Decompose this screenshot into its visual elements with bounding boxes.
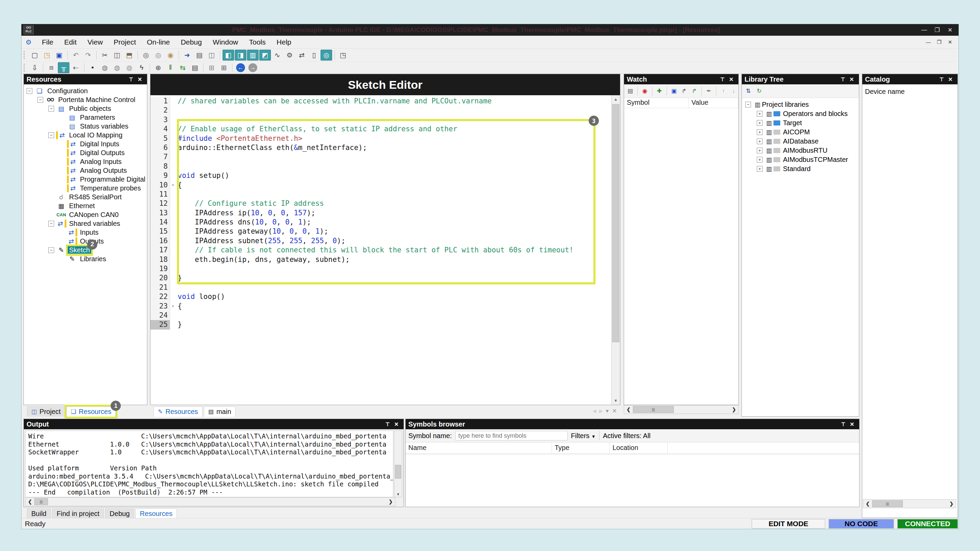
- grid-icon[interactable]: ⊞: [206, 62, 218, 73]
- online-build-icon[interactable]: ⊕: [153, 62, 164, 73]
- navigate-forward-icon[interactable]: →: [247, 62, 259, 73]
- scroll-thumb[interactable]: |||: [34, 498, 48, 505]
- undo-icon[interactable]: ↶: [70, 50, 82, 60]
- title-bar[interactable]: OO PLC PMC_Modbus_Thermocouple - Arduino…: [21, 24, 959, 36]
- library-root[interactable]: −▥Project libraries: [742, 100, 859, 109]
- scroll-thumb[interactable]: |||: [872, 500, 903, 507]
- library-item-aimodbusrtu[interactable]: +▥AIModbusRTU: [742, 146, 859, 155]
- scroll-up-icon[interactable]: ▲: [611, 95, 620, 103]
- tab-next-icon[interactable]: ▹: [600, 408, 603, 414]
- menu-view[interactable]: View: [82, 37, 108, 48]
- tree-item-portenta-machine-control[interactable]: −OOPortenta Machine Control: [24, 95, 147, 104]
- library-item-aicopm[interactable]: +▥AICOPM: [742, 127, 859, 137]
- output-hscrollbar[interactable]: ❮ ||| ❯: [25, 497, 395, 506]
- export-add-icon[interactable]: ↱: [689, 86, 699, 96]
- close-icon[interactable]: ✕: [392, 421, 401, 427]
- find-in-project-icon[interactable]: ◉: [165, 50, 176, 60]
- tree-item-libraries[interactable]: ✎Libraries: [24, 254, 147, 263]
- grid-props-icon[interactable]: ⊞: [218, 62, 230, 73]
- library-item-operators-and-blocks[interactable]: +▥Operators and blocks: [742, 109, 859, 118]
- watch-window-icon[interactable]: ◩: [259, 50, 271, 60]
- open-project-icon[interactable]: ◳: [41, 50, 53, 60]
- close-icon[interactable]: ✕: [727, 76, 736, 83]
- build-listing-icon[interactable]: ▤: [189, 62, 201, 73]
- text-window-icon[interactable]: ▯: [308, 50, 320, 60]
- pin-icon[interactable]: ⟂: [839, 421, 848, 427]
- tree-item-analog-inputs[interactable]: ⇄Analog Inputs: [24, 157, 147, 166]
- rebuild-icon[interactable]: ⇆: [177, 62, 189, 73]
- new-project-icon[interactable]: ▢: [29, 50, 40, 60]
- copy-icon[interactable]: ◫: [111, 50, 123, 60]
- scroll-thumb[interactable]: [612, 104, 619, 342]
- options-window-icon[interactable]: ⚙: [284, 50, 295, 60]
- restore-button[interactable]: ❐: [931, 27, 943, 34]
- paste-icon[interactable]: ⬒: [124, 50, 135, 60]
- tree-item-digital-inputs[interactable]: ⇄Digital Inputs: [24, 140, 147, 148]
- tree-item-inputs[interactable]: ⇄Inputs: [24, 228, 147, 237]
- move-down-icon[interactable]: ↓: [729, 86, 738, 96]
- record-icon[interactable]: ◉: [640, 86, 649, 96]
- library-window-icon[interactable]: ▥: [247, 50, 259, 60]
- menu-project[interactable]: Project: [108, 37, 141, 48]
- menu-online[interactable]: On-line: [141, 37, 175, 48]
- watch-list-icon[interactable]: ▤: [625, 86, 635, 96]
- close-icon[interactable]: ✕: [847, 76, 856, 83]
- close-icon[interactable]: ✕: [135, 76, 144, 83]
- clear-watch-icon[interactable]: ✒: [704, 86, 714, 96]
- fullscreen-icon[interactable]: ◳: [337, 50, 349, 60]
- editor-tab-main[interactable]: ▤main: [204, 407, 235, 417]
- tree-item-configuration[interactable]: −❏Configuration: [24, 86, 147, 95]
- output-console[interactable]: Wire C:\Users\mcmch\AppData\Local\T\A\in…: [25, 430, 393, 497]
- scroll-left-icon[interactable]: ❮: [624, 407, 633, 412]
- detach-icon[interactable]: ⇠: [70, 62, 82, 73]
- tab-prev-icon[interactable]: ◃: [593, 408, 596, 414]
- symbols-col-location[interactable]: Location: [610, 443, 668, 453]
- menu-edit[interactable]: Edit: [59, 37, 82, 48]
- tree-item-rs485-serialport[interactable]: ☌RS485 SerialPort: [24, 192, 147, 202]
- editor-vscrollbar[interactable]: ▲ ▼: [611, 95, 620, 405]
- close-icon[interactable]: ✕: [848, 421, 856, 427]
- operators-window-icon[interactable]: ◨: [235, 50, 247, 60]
- close-icon[interactable]: ✕: [946, 76, 955, 83]
- tree-item-digital-outputs[interactable]: ⇄Digital Outputs: [24, 148, 147, 157]
- navigate-back-icon[interactable]: ←: [235, 62, 247, 73]
- scroll-down-icon[interactable]: ▼: [395, 492, 402, 496]
- minimize-button[interactable]: —: [918, 27, 930, 34]
- symbols-table-body[interactable]: [406, 455, 859, 507]
- minimize-button[interactable]: —: [923, 39, 933, 45]
- tree-item-status-variables[interactable]: ▤Status variables: [24, 122, 147, 130]
- library-item-aidatabase[interactable]: +▥AIDatabase: [742, 137, 859, 146]
- output-vscrollbar[interactable]: ▼: [394, 430, 402, 497]
- scroll-right-icon[interactable]: ❯: [947, 501, 956, 507]
- save-icon[interactable]: ▣: [53, 50, 65, 60]
- build-icon[interactable]: ‖: [165, 62, 176, 73]
- swap-window-icon[interactable]: ⇄: [296, 50, 308, 60]
- panel-tab-project[interactable]: ◫Project: [27, 407, 65, 417]
- output-tab-find-in-project[interactable]: Find in project: [52, 508, 104, 519]
- print-icon[interactable]: ▤: [194, 50, 205, 60]
- tree-item-canopen-can0[interactable]: CANCANopen CAN0: [24, 210, 147, 219]
- menu-debug[interactable]: Debug: [175, 37, 207, 48]
- cold-restart-icon[interactable]: ◍: [99, 62, 111, 73]
- symbols-col-type[interactable]: Type: [552, 443, 610, 453]
- redo-icon[interactable]: ↷: [82, 50, 94, 60]
- scroll-right-icon[interactable]: ❯: [730, 407, 738, 412]
- tree-item-programmable-digital-i-o[interactable]: ⇄Programmable Digital I/O: [24, 175, 147, 184]
- filters-button[interactable]: Filters ▼: [571, 432, 596, 440]
- output-tab-debug[interactable]: Debug: [105, 508, 134, 519]
- tree-item-shared-variables[interactable]: −⇄Shared variables: [24, 219, 147, 228]
- tab-menu-icon[interactable]: ▾: [606, 408, 609, 414]
- add-symbol-icon[interactable]: ✚: [655, 86, 664, 96]
- pin-icon[interactable]: ⟂: [718, 76, 727, 82]
- menu-tools[interactable]: Tools: [243, 37, 271, 48]
- library-item-target[interactable]: +▥Target: [742, 118, 859, 127]
- warm-restart-icon[interactable]: ◍: [111, 62, 123, 73]
- export-icon[interactable]: ↱: [679, 86, 689, 96]
- device-setup-icon[interactable]: ⧈: [46, 62, 57, 73]
- menu-window[interactable]: Window: [207, 37, 243, 48]
- print-preview-icon[interactable]: ◫: [206, 50, 218, 60]
- scroll-thumb[interactable]: |||: [633, 406, 674, 413]
- library-item-aimodbustcpmaster[interactable]: +▥AIModbusTCPMaster: [742, 155, 859, 164]
- symbols-col-name[interactable]: Name: [406, 443, 552, 453]
- tree-item-local-io-mapping[interactable]: −⇄Local IO Mapping: [24, 130, 147, 140]
